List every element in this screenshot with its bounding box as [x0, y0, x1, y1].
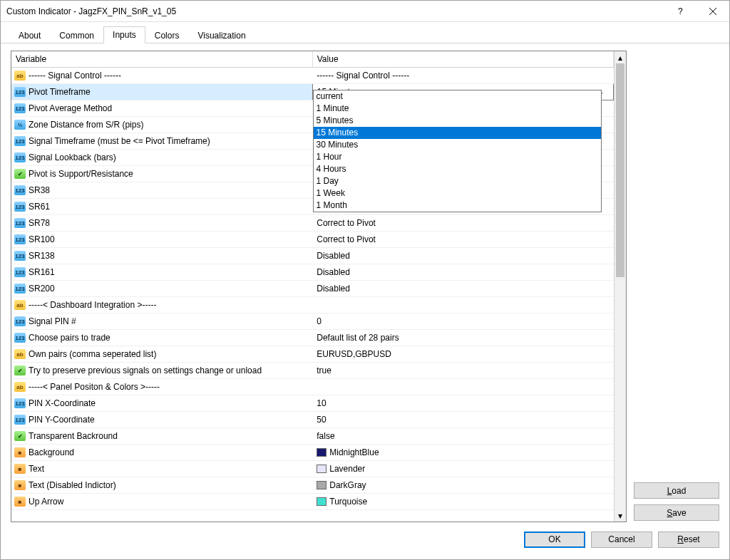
load-button[interactable]: Load	[634, 482, 719, 499]
svg-text:?: ?	[678, 7, 683, 16]
n123-type-icon: 123	[14, 185, 26, 195]
variable-name: Own pairs (comma seperated list)	[29, 349, 156, 359]
value-text: Lavender	[329, 464, 365, 474]
table-row[interactable]: ■Up ArrowTurquoise	[11, 494, 614, 510]
dialog-window: Custom Indicator - JagzFX_PIN_SnR_v1_05 …	[0, 0, 730, 560]
value-text: 50	[317, 415, 326, 425]
dropdown-option[interactable]: current	[314, 90, 602, 103]
tab-common[interactable]: Common	[50, 27, 103, 43]
dialog-footer: OK Cancel Reset	[1, 527, 729, 559]
value-text: false	[317, 431, 334, 441]
table-row[interactable]: 123Choose pairs to tradeDefault list of …	[11, 330, 614, 346]
value-text: MidnightBlue	[329, 447, 379, 457]
color-swatch	[317, 497, 327, 506]
color-type-icon: ■	[14, 447, 26, 457]
variable-name: SR200	[29, 284, 55, 294]
tab-visualization[interactable]: Visualization	[188, 27, 255, 43]
table-row[interactable]: 123PIN X-Coordinate10	[11, 395, 614, 412]
variable-name: Text	[29, 464, 44, 474]
ab-type-icon: ab	[14, 300, 26, 310]
inputs-grid: Variable Value ab------ Signal Control -…	[11, 51, 627, 522]
table-row[interactable]: ■BackgroundMidnightBlue	[11, 445, 614, 461]
variable-name: SR38	[29, 185, 50, 195]
table-row[interactable]: 123Signal PIN #0	[11, 313, 614, 330]
column-variable[interactable]: Variable	[11, 51, 312, 68]
table-row[interactable]: 123SR200Disabled	[11, 281, 614, 297]
close-button[interactable]	[696, 1, 729, 22]
window-title: Custom Indicator - JagzFX_PIN_SnR_v1_05	[6, 6, 664, 16]
variable-name: PIN X-Coordinate	[29, 398, 96, 408]
dropdown-option[interactable]: 15 Minutes	[314, 127, 602, 139]
dropdown-option[interactable]: 1 Minute	[314, 103, 602, 115]
tab-bar: About Common Inputs Colors Visualization	[1, 24, 729, 43]
table-row[interactable]: 123SR78Correct to Pivot	[11, 215, 614, 232]
tab-inputs[interactable]: Inputs	[103, 26, 145, 43]
n123-type-icon: 123	[14, 284, 26, 294]
half-type-icon: ½	[14, 120, 26, 130]
table-row[interactable]: ab-----< Panel Positon & Colors >-----	[11, 379, 614, 395]
color-swatch	[317, 465, 327, 473]
n123-type-icon: 123	[14, 234, 26, 244]
reset-button[interactable]: Reset	[658, 532, 719, 548]
dropdown-option[interactable]: 1 Day	[314, 175, 602, 187]
bool-type-icon: ✔	[14, 365, 26, 375]
table-row[interactable]: 123SR138Disabled	[11, 248, 614, 264]
bool-type-icon: ✔	[14, 169, 26, 179]
variable-name: -----< Dashboard Integration >-----	[29, 300, 156, 310]
n123-type-icon: 123	[14, 218, 26, 228]
value-text: Disabled	[317, 284, 350, 294]
variable-name: Signal Timeframe (must be <= Pivot Timef…	[29, 136, 210, 146]
scroll-thumb[interactable]	[616, 63, 624, 277]
dropdown-option[interactable]: 30 Minutes	[314, 139, 602, 151]
table-row[interactable]: ■Text (Disabled Indictor)DarkGray	[11, 477, 614, 494]
dropdown-option[interactable]: 1 Hour	[314, 151, 602, 163]
dropdown-option[interactable]: 1 Month	[314, 199, 602, 212]
scroll-up-icon[interactable]: ▴	[615, 51, 626, 63]
table-row[interactable]: 123PIN Y-Coordinate50	[11, 412, 614, 428]
variable-name: PIN Y-Coordinate	[29, 415, 95, 425]
n123-type-icon: 123	[14, 316, 26, 326]
tab-about[interactable]: About	[9, 27, 50, 43]
save-button[interactable]: Save	[634, 504, 719, 521]
value-text: Correct to Pivot	[317, 218, 376, 228]
dropdown-option[interactable]: 1 Week	[314, 187, 602, 199]
table-row[interactable]: ab------ Signal Control ------------ Sig…	[11, 68, 614, 84]
table-row[interactable]: ✔Transparent Backroundfalse	[11, 428, 614, 445]
content-area: Variable Value ab------ Signal Control -…	[1, 43, 729, 527]
table-row[interactable]: ✔Try to preserve previous signals on set…	[11, 363, 614, 379]
table-row[interactable]: 123SR161Disabled	[11, 264, 614, 281]
help-button[interactable]: ?	[664, 1, 696, 22]
variable-name: Choose pairs to trade	[29, 333, 110, 343]
variable-name: -----< Panel Positon & Colors >-----	[29, 382, 160, 392]
bool-type-icon: ✔	[14, 431, 26, 441]
scroll-down-icon[interactable]: ▾	[615, 509, 626, 522]
variable-name: Background	[29, 447, 74, 457]
tab-colors[interactable]: Colors	[145, 27, 189, 43]
color-type-icon: ■	[14, 480, 26, 490]
variable-name: SR100	[29, 234, 55, 244]
dropdown-option[interactable]: 5 Minutes	[314, 115, 602, 127]
variable-name: Signal Lookback (bars)	[29, 152, 116, 162]
column-value[interactable]: Value	[312, 51, 613, 68]
timeframe-dropdown[interactable]: current1 Minute5 Minutes15 Minutes30 Min…	[313, 90, 602, 212]
table-row[interactable]: ■TextLavender	[11, 461, 614, 477]
color-swatch	[317, 448, 327, 457]
dropdown-option[interactable]: 4 Hours	[314, 163, 602, 175]
value-text: Correct to Pivot	[317, 234, 376, 244]
variable-name: Pivot is Support/Resistance	[29, 169, 133, 179]
variable-name: SR78	[29, 218, 50, 228]
cancel-button[interactable]: Cancel	[591, 532, 652, 548]
n123-type-icon: 123	[14, 202, 26, 212]
value-text: DarkGray	[329, 480, 366, 490]
color-type-icon: ■	[14, 464, 26, 474]
n123-type-icon: 123	[14, 333, 26, 343]
ok-button[interactable]: OK	[524, 532, 585, 548]
color-swatch	[317, 481, 327, 489]
table-row[interactable]: 123SR100Correct to Pivot	[11, 232, 614, 248]
variable-name: Text (Disabled Indictor)	[29, 480, 116, 490]
table-row[interactable]: ab-----< Dashboard Integration >-----	[11, 297, 614, 313]
vertical-scrollbar[interactable]: ▴ ▾	[614, 51, 626, 522]
table-row[interactable]: abOwn pairs (comma seperated list)EURUSD…	[11, 346, 614, 363]
variable-name: ------ Signal Control ------	[29, 71, 121, 81]
variable-name: Pivot Timeframe	[29, 87, 91, 97]
